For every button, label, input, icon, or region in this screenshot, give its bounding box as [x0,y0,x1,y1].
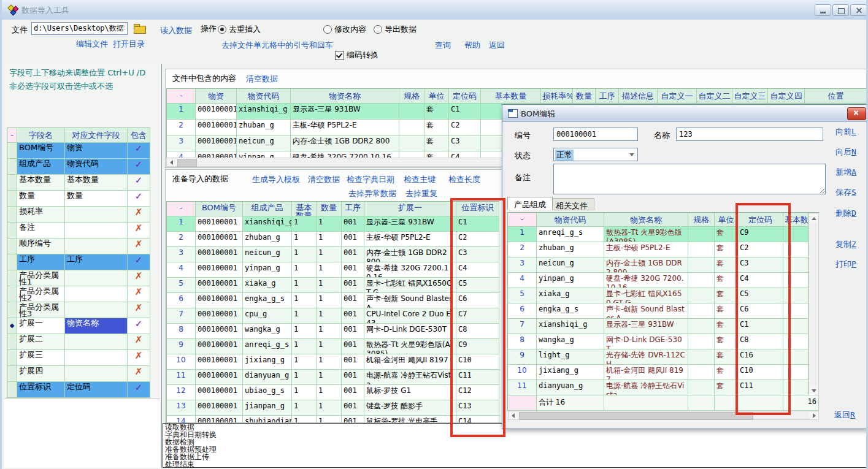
column-header: 定位码 [738,213,783,227]
dialog-close-button[interactable] [847,107,866,120]
table-row[interactable]: 产品分类属性2✗ [7,286,150,302]
generate-template-link[interactable]: 生成导入模板 [252,174,300,185]
table-row[interactable]: 12000100001ubiao_g_s11001鼠标-罗技 G1C12 [167,385,499,400]
radio-modify-content[interactable]: 修改内容 [323,24,366,35]
table-row[interactable]: 10jixiang_g机箱-金河田 飓风II 8197套C10 [508,365,808,380]
table-cell [399,120,424,135]
table-row[interactable]: 4yinpan_g硬盘-希捷 320G 7200.10.16套C4 [508,273,808,288]
check-primary-key-link[interactable]: 检查主键 [404,174,436,185]
scroll-left-button[interactable] [167,159,177,166]
table-row[interactable]: 11dianyuan_g电源-航嘉 冷静王钻石Vista套C11 [508,380,808,395]
back-link[interactable]: 返回 [489,40,505,51]
next-record-button[interactable]: 向后N [835,147,856,158]
table-cell: dianyuan_g [243,370,292,385]
copy-button[interactable]: 复制Z [835,239,856,250]
table-row[interactable]: 基本数量基本数量✓ [7,175,150,191]
scroll-right-button[interactable] [809,412,818,419]
table-row[interactable]: 备注✗ [7,223,150,238]
clear-file-data-link[interactable]: 清空数据 [246,74,278,85]
table-row[interactable]: 5000100001xiaka_g11001显卡-七彩虹 镭风X1650GT-G… [167,278,499,293]
check-length-link[interactable]: 检查长度 [448,174,480,185]
bom-table-vscrollbar[interactable] [808,213,819,395]
scroll-up-button[interactable] [810,214,818,223]
save-button[interactable]: 保存S [835,187,856,198]
footer-cell [508,395,537,411]
table-row[interactable]: 3000100001neicun_g11001内存-金士顿 1GB DDR2 8… [167,247,499,262]
table-row[interactable]: 顺序编号✗ [7,238,150,254]
drop-duplicates-link[interactable]: 去掉重复 [405,188,437,199]
table-row[interactable]: 2000100001zhuban_g11001主板-华硕 P5PL2-EC2 [167,232,499,247]
query-link[interactable]: 查询 [435,40,451,51]
table-row[interactable]: 5xiaka_g显卡-七彩虹 镭风X1650 GT-G套C5 [508,288,808,303]
table-row[interactable]: 8000100001wangka_g11001网卡-D-Link DGE-530… [167,324,499,339]
table-row[interactable]: 9000100001anreqi_g_s11001散热器-Tt 火星9彩色版(A… [167,339,499,354]
table-row[interactable]: 6engka_g_s声卡-创新 Sound Blaster A套C6 [508,303,808,319]
scroll-down-button[interactable] [810,386,818,395]
table-row[interactable]: 13000100001jianpan_g11001键盘-罗技 酷影手C13 [167,400,499,416]
table-row[interactable]: 扩展三✗ [7,350,150,366]
bom-note-textarea[interactable] [553,164,826,194]
table-row[interactable]: 9light_g光存储-先锋 DVR-112CH套C16 [508,349,808,365]
table-cell [7,223,17,238]
maximize-button[interactable] [832,4,849,16]
scroll-thumb[interactable] [519,412,753,420]
table-row[interactable]: 14000100001shubiaodian_g11001鼠标袋-罗技 光电高手… [167,416,499,422]
prev-record-button[interactable]: 向前L [835,126,856,137]
open-directory-link[interactable]: 打开目录 [113,39,145,50]
print-button[interactable]: 打印P [835,259,856,270]
table-row[interactable]: 8wangka_g网卡-D-Link DGE-530T套C8 [508,334,808,349]
clear-prepared-data-link[interactable]: 清空数据 [308,174,340,185]
strip-quotes-link[interactable]: 去掉文件单元格中的引号和回车 [221,40,333,51]
table-row[interactable]: 1000100001xianshiqi_g11001显示器-三星 931BWC1 [167,216,499,232]
edit-file-link[interactable]: 编辑文件 [76,39,108,50]
delete-button[interactable]: 删除D [835,208,856,219]
file-path-input[interactable] [31,22,128,35]
close-button[interactable] [850,4,867,16]
scroll-left-button[interactable] [509,412,518,419]
table-row[interactable]: BOM编号物资✓ [7,143,150,159]
table-cell: 1 [317,400,342,416]
bom-name-input[interactable] [676,128,823,141]
column-header: - [167,202,196,216]
encoding-convert-checkbox[interactable]: 编码转换 [335,50,378,61]
table-row[interactable]: 扩展四✗ [7,366,150,382]
table-row[interactable]: 2zhuban_g主板-华硕 P5PL2-E套C2 [508,242,808,257]
table-row[interactable]: 损耗率✗ [7,207,150,223]
table-row[interactable]: 4000100001yinpan_g11001硬盘-希捷 320G 7200.1… [167,262,499,278]
radio-export-data[interactable]: 导出数据 [374,24,417,35]
table-cell: C8 [456,324,499,339]
check-dict-date-link[interactable]: 检查字典日期 [347,174,394,185]
table-cell [7,334,17,350]
table-row[interactable]: 6000100001engka_g_s11001声卡-创新 Sound Blas… [167,293,499,308]
table-cell [688,227,715,242]
table-row[interactable]: 11000100001dianyuan_g11001电源-航嘉 冷静王钻石Vis… [167,370,499,385]
radio-dedup-insert[interactable]: 去重插入 [218,24,261,35]
bom-status-select[interactable]: 正常 [553,148,638,161]
read-data-link[interactable]: 读入数据 [160,25,192,36]
table-row[interactable]: 10000100001jixiang_g11001机箱-金河田 飓风II 819… [167,354,499,370]
bom-table-hscrollbar[interactable] [508,411,819,420]
table-row[interactable]: 数量数量✓ [7,191,150,207]
column-header: 基本数 [783,213,808,227]
table-row[interactable]: 1anreqi_g_s散热器-Tt 火星9彩色版(A3085)套C9 [508,227,808,242]
add-button[interactable]: 新增A [835,167,856,178]
drop-abnormal-link[interactable]: 去掉异常数据 [348,188,396,199]
table-row[interactable]: 3neicun_g内存-金士顿 1GB DDR2 800套C3 [508,257,808,273]
table-row[interactable]: 7xianshiqi_g显示器-三星 931BW套C1 [508,319,808,334]
browse-folder-button[interactable] [132,23,148,35]
bom-id-input[interactable] [553,128,638,141]
minimize-button[interactable] [815,4,831,16]
table-row[interactable]: 扩展二✗ [7,334,150,350]
scroll-thumb[interactable] [177,159,197,167]
table-row[interactable]: 产品分类属性1✗ [7,270,150,286]
help-link[interactable]: 帮助 [464,40,480,51]
table-row[interactable]: 位置标识定位码✓ [7,382,150,398]
table-row[interactable]: 工序工序✓ [7,254,150,270]
table-row[interactable]: 组成产品物资代码✓ [7,159,150,175]
tab-product-composition[interactable]: 产品组成 [507,197,553,210]
dialog-back-button[interactable]: 返回R [834,410,855,421]
table-row[interactable]: ◆扩展一物资名称✓ [7,318,150,334]
table-row[interactable]: 7000100001cpu_g11001CPU-Intel Core 2 Duo… [167,308,499,324]
tab-related-files[interactable]: 相关文件 [549,198,594,210]
table-row[interactable]: 产品分类属性3✗ [7,302,150,318]
